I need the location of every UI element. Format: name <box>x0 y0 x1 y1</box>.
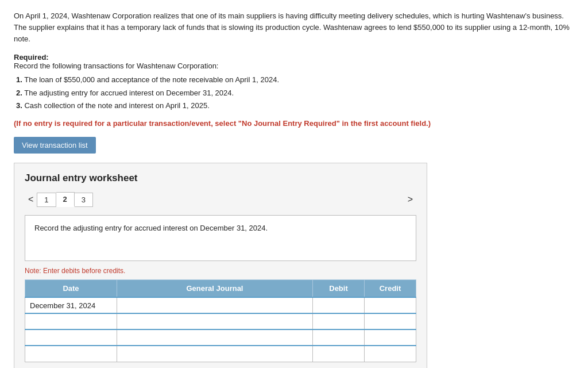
tab-navigation: < 1 2 3 > <box>25 192 416 207</box>
credit-cell-2[interactable] <box>365 313 416 329</box>
instruction-text: Record the adjusting entry for accrued i… <box>34 224 268 232</box>
col-header-journal: General Journal <box>117 280 313 298</box>
note-debits: Note: Enter debits before credits. <box>25 267 416 275</box>
credit-cell-1[interactable] <box>365 297 416 313</box>
debit-input-4[interactable] <box>313 346 364 362</box>
general-journal-cell-1[interactable] <box>117 297 313 313</box>
transaction-item-3: 3. Cash collection of the note and inter… <box>16 99 574 112</box>
general-journal-input-4[interactable] <box>117 346 312 362</box>
next-tab-arrow[interactable]: > <box>404 193 416 206</box>
general-journal-input-1[interactable] <box>117 298 312 313</box>
credit-input-4[interactable] <box>365 346 416 362</box>
table-row <box>25 346 416 362</box>
intro-paragraph: On April 1, 2024, Washtenaw Corporation … <box>14 10 574 45</box>
required-label: Required: Record the following transacti… <box>14 53 574 70</box>
date-cell-1: December 31, 2024 <box>25 297 117 313</box>
col-header-debit: Debit <box>313 280 365 298</box>
date-cell-4 <box>25 346 117 362</box>
journal-entry-worksheet: Journal entry worksheet < 1 2 3 > Record… <box>14 163 427 368</box>
prev-tab-arrow[interactable]: < <box>25 193 37 206</box>
debit-cell-4[interactable] <box>313 346 365 362</box>
transactions-list: 1. The loan of $550,000 and acceptance o… <box>16 74 574 112</box>
debit-input-3[interactable] <box>313 330 364 345</box>
journal-table: Date General Journal Debit Credit Decemb… <box>25 279 416 362</box>
credit-input-2[interactable] <box>365 314 416 329</box>
general-journal-input-3[interactable] <box>117 330 312 345</box>
table-row <box>25 329 416 346</box>
table-row: December 31, 2024 <box>25 297 416 313</box>
debit-cell-1[interactable] <box>313 297 365 313</box>
credit-input-1[interactable] <box>365 298 416 313</box>
transaction-item-1: 1. The loan of $550,000 and acceptance o… <box>16 74 574 86</box>
tab-2[interactable]: 2 <box>56 192 75 207</box>
tab-3[interactable]: 3 <box>75 193 93 207</box>
col-header-date: Date <box>25 280 117 298</box>
credit-input-3[interactable] <box>365 330 416 345</box>
general-journal-cell-2[interactable] <box>117 313 313 329</box>
worksheet-title: Journal entry worksheet <box>25 172 416 184</box>
general-journal-input-2[interactable] <box>117 314 312 329</box>
general-journal-cell-4[interactable] <box>117 346 313 362</box>
date-cell-3 <box>25 329 117 346</box>
debit-cell-3[interactable] <box>313 329 365 346</box>
debit-input-1[interactable] <box>313 298 364 313</box>
debit-input-2[interactable] <box>313 314 364 329</box>
col-header-credit: Credit <box>365 280 416 298</box>
credit-cell-3[interactable] <box>365 329 416 346</box>
table-row <box>25 313 416 329</box>
instruction-box: Record the adjusting entry for accrued i… <box>25 215 416 261</box>
debit-cell-2[interactable] <box>313 313 365 329</box>
general-journal-cell-3[interactable] <box>117 329 313 346</box>
date-cell-2 <box>25 313 117 329</box>
transaction-item-2: 2. The adjusting entry for accrued inter… <box>16 87 574 99</box>
view-transaction-list-button[interactable]: View transaction list <box>14 137 96 154</box>
tab-1[interactable]: 1 <box>37 193 56 207</box>
required-heading: Required: <box>14 53 49 62</box>
credit-cell-4[interactable] <box>365 346 416 362</box>
no-entry-note: (If no entry is required for a particula… <box>14 118 574 129</box>
required-description: Record the following transactions for Wa… <box>14 62 218 70</box>
